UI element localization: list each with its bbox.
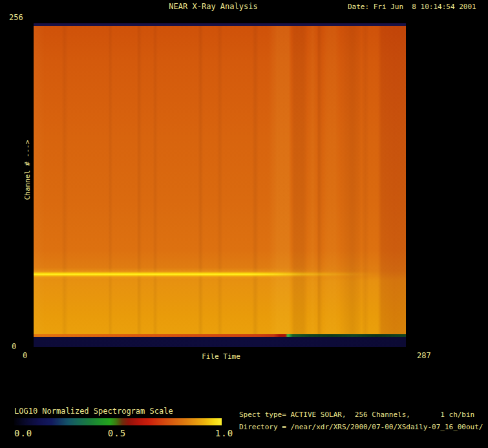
directory-label: Directory = /near/xdr/XRS/2000/07-00/XSd…: [239, 423, 483, 431]
spect-type-label: Spect type= ACTIVE SOLAR, 256 Channels, …: [239, 411, 474, 419]
bright-emission-line: [34, 268, 406, 281]
x-axis-min-tick: 0: [23, 352, 27, 360]
y-axis-max-tick: 256: [9, 14, 23, 22]
y-axis-title: Channel # --->: [23, 140, 32, 200]
high-channel-dark-row: [34, 23, 406, 26]
x-axis-title: File Time: [202, 353, 240, 361]
colorbar-tick-05: 0.5: [108, 429, 126, 438]
colorbar-gradient: [14, 418, 222, 425]
near-xray-analysis-window: NEAR X-Ray Analysis Date: Fri Jun 8 10:1…: [0, 0, 488, 448]
date-label: Date: Fri Jun 8 10:14:54 2001: [348, 3, 476, 11]
y-axis-min-tick: 0: [12, 343, 16, 351]
page-title: NEAR X-Ray Analysis: [169, 3, 257, 11]
time-column-banding: [34, 23, 406, 347]
colorbar-tick-1: 1.0: [215, 429, 233, 438]
x-axis-max-tick: 287: [417, 352, 431, 360]
colorbar-tick-0: 0.0: [14, 429, 32, 438]
low-channel-dark-band: [34, 337, 406, 347]
colorbar-title: LOG10 Normalized Spectrogram Scale: [14, 407, 173, 416]
spectrogram-plot: [34, 23, 406, 347]
